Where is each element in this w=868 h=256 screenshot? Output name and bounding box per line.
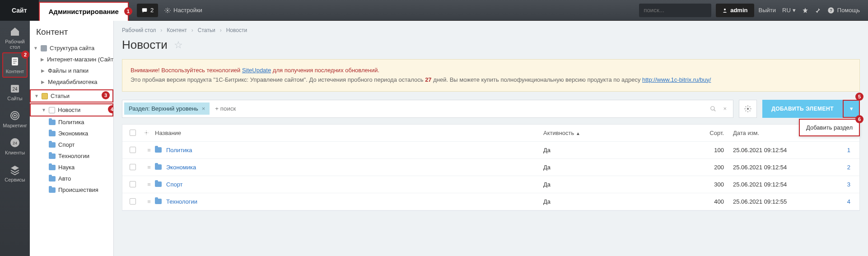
layers-icon bbox=[9, 164, 20, 175]
rail-clients[interactable]: 24 Клиенты bbox=[2, 134, 28, 159]
tree-articles[interactable]: ▼ Статьи 3 bbox=[30, 89, 113, 102]
settings-label: Настройки bbox=[173, 7, 202, 14]
tree-structure[interactable]: ▼ Структура сайта bbox=[30, 42, 113, 54]
notifications-button[interactable]: 2 bbox=[137, 4, 158, 17]
tree-shop[interactable]: ▶ Интернет-магазин (Сайт по bbox=[30, 54, 113, 65]
filter-tag[interactable]: Раздел: Верхний уровень × bbox=[124, 102, 210, 115]
grid-settings-button[interactable] bbox=[739, 100, 757, 118]
pin-icon bbox=[815, 7, 821, 14]
add-dropdown-button[interactable]: ▾ 5 bbox=[843, 100, 860, 118]
row-checkbox[interactable] bbox=[130, 147, 136, 153]
add-section-item[interactable]: Добавить раздел bbox=[806, 124, 853, 131]
favorite-star-icon[interactable]: ☆ bbox=[174, 39, 183, 51]
th-active[interactable]: Активность ▲ bbox=[543, 130, 688, 136]
row-menu-icon[interactable]: ≡ bbox=[143, 198, 155, 205]
row-menu-icon[interactable]: ≡ bbox=[143, 147, 155, 154]
rail-services[interactable]: Сервисы bbox=[2, 161, 28, 186]
rail-marketing[interactable]: Маркетинг bbox=[2, 107, 28, 132]
tree-news[interactable]: ▼ Новости 4 bbox=[30, 103, 113, 116]
filter-tag-label: Раздел: Верхний уровень bbox=[129, 105, 198, 112]
row-sort: 300 bbox=[688, 181, 733, 188]
rail-sites-label: Сайты bbox=[7, 96, 22, 101]
svg-text:24: 24 bbox=[13, 141, 17, 145]
help-button[interactable]: ? Помощь bbox=[827, 7, 860, 14]
tree-tech[interactable]: Технологии bbox=[30, 150, 113, 162]
filter-input[interactable] bbox=[213, 103, 704, 114]
filter-tag-remove[interactable]: × bbox=[202, 105, 205, 112]
folder-icon bbox=[49, 165, 56, 170]
tree-sport[interactable]: Спорт bbox=[30, 139, 113, 150]
th-sort[interactable]: Сорт. bbox=[688, 130, 733, 136]
calendar-icon: 24 bbox=[9, 83, 20, 94]
chat-icon bbox=[141, 7, 148, 14]
user-button[interactable]: admin bbox=[716, 4, 754, 17]
top-search[interactable] bbox=[639, 4, 711, 17]
breadcrumbs: Рабочий стол› Контент› Статьи› Новости bbox=[114, 21, 868, 36]
tree-media[interactable]: ▶ Медиабиблиотека bbox=[30, 76, 113, 88]
lang-selector[interactable]: RU ▾ bbox=[782, 7, 796, 14]
settings-link[interactable]: Настройки bbox=[164, 7, 202, 14]
row-name[interactable]: Спорт bbox=[155, 181, 543, 188]
row-menu-icon[interactable]: ≡ bbox=[143, 164, 155, 171]
row-menu-icon[interactable]: ≡ bbox=[143, 181, 155, 188]
row-name[interactable]: Экономика bbox=[155, 164, 543, 171]
row-id[interactable]: 3 bbox=[832, 181, 859, 188]
tab-admin[interactable]: Администрирование 1 bbox=[39, 2, 129, 21]
search-input[interactable] bbox=[644, 7, 720, 14]
expander-icon: ▶ bbox=[41, 57, 44, 62]
rail-desktop-label: Рабочий стол bbox=[5, 39, 24, 50]
svg-point-21 bbox=[145, 132, 147, 134]
section-icon bbox=[49, 107, 55, 113]
row-id[interactable]: 1 bbox=[832, 147, 859, 154]
row-checkbox[interactable] bbox=[130, 181, 136, 187]
pin-button[interactable] bbox=[815, 7, 821, 14]
table-row[interactable]: ≡ПолитикаДа10025.06.2021 09:12:541 bbox=[122, 142, 859, 159]
tree-economy[interactable]: Экономика bbox=[30, 128, 113, 139]
tree-science[interactable]: Наука bbox=[30, 162, 113, 173]
crumb-articles[interactable]: Статьи bbox=[198, 27, 215, 33]
select-all-checkbox[interactable] bbox=[130, 130, 136, 136]
row-name-text: Политика bbox=[166, 147, 192, 154]
row-checkbox[interactable] bbox=[130, 198, 136, 205]
tree-politics[interactable]: Политика bbox=[30, 116, 113, 128]
buy-link[interactable]: http://www.1c-bitrix.ru/buy/ bbox=[642, 76, 711, 83]
siteupdate-link[interactable]: SiteUpdate bbox=[242, 67, 271, 74]
rail-content[interactable]: 2 Контент bbox=[2, 52, 28, 78]
table-row[interactable]: ≡СпортДа30025.06.2021 09:12:543 bbox=[122, 176, 859, 193]
tree-auto[interactable]: Авто bbox=[30, 173, 113, 184]
tab-site[interactable]: Сайт bbox=[0, 0, 39, 21]
tree-files[interactable]: ▶ Файлы и папки bbox=[30, 65, 113, 76]
row-name[interactable]: Политика bbox=[155, 147, 543, 154]
add-element-button[interactable]: ДОБАВИТЬ ЭЛЕМЕНТ bbox=[762, 100, 843, 118]
row-id[interactable]: 2 bbox=[832, 164, 859, 171]
filter-box[interactable]: Раздел: Верхний уровень × × bbox=[122, 100, 733, 118]
table-row[interactable]: ≡ЭкономикаДа20025.06.2021 09:12:542 bbox=[122, 159, 859, 176]
chevron-down-icon: ▾ bbox=[793, 7, 796, 14]
crumb-content[interactable]: Контент bbox=[167, 27, 187, 33]
folder-icon bbox=[155, 199, 162, 204]
crumb-desktop[interactable]: Рабочий стол bbox=[122, 27, 156, 33]
th-name[interactable]: Название bbox=[155, 130, 543, 136]
table-row[interactable]: ≡ТехнологииДа40025.06.2021 09:12:554 bbox=[122, 193, 859, 210]
row-name[interactable]: Технологии bbox=[155, 198, 543, 205]
row-active: Да bbox=[543, 147, 688, 154]
tree-item-label: Политика bbox=[58, 119, 84, 126]
rail-sites[interactable]: 24 Сайты bbox=[2, 79, 28, 105]
tree-incidents[interactable]: Происшествия bbox=[30, 184, 113, 195]
row-name-text: Спорт bbox=[166, 181, 183, 188]
row-sort: 400 bbox=[688, 198, 733, 205]
rail-desktop[interactable]: Рабочий стол bbox=[2, 25, 28, 51]
col-settings-icon[interactable] bbox=[143, 130, 155, 136]
logout-link[interactable]: Выйти bbox=[759, 7, 776, 14]
marker-2: 2 bbox=[21, 51, 29, 59]
favorite-button[interactable] bbox=[802, 7, 808, 14]
svg-point-18 bbox=[710, 106, 714, 110]
row-checkbox[interactable] bbox=[130, 164, 136, 170]
marker-6: 6 bbox=[855, 115, 863, 123]
warn-days: 27 bbox=[425, 76, 431, 83]
row-id[interactable]: 4 bbox=[832, 198, 859, 205]
filter-search-icon[interactable] bbox=[708, 106, 718, 112]
marker-4: 4 bbox=[108, 105, 114, 113]
filter-clear-icon[interactable]: × bbox=[722, 105, 729, 112]
expander-icon: ▼ bbox=[33, 46, 38, 51]
